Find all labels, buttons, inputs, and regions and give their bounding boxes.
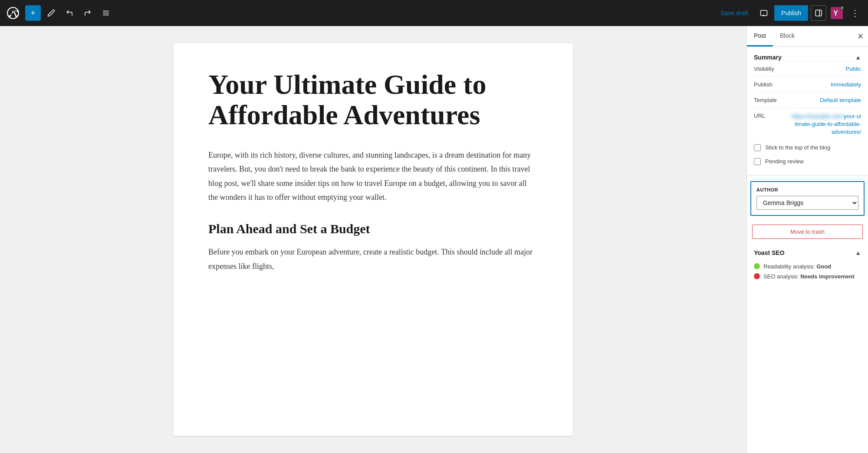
post-title: Your Ultimate Guide to Affordable Advent…	[208, 69, 538, 131]
summary-section: Summary ▲ Visibility Public Publish Imme…	[747, 47, 868, 176]
seo-analysis-text: SEO analysis: Needs improvement	[763, 273, 855, 280]
template-label: Template	[754, 97, 777, 103]
readability-dot-icon	[754, 263, 760, 269]
yoast-icon-button[interactable]: Y	[829, 5, 845, 21]
pending-review-label: Pending review	[765, 158, 804, 165]
undo-button[interactable]	[62, 5, 77, 21]
publish-row: Publish Immediately	[754, 76, 861, 92]
svg-text:Y: Y	[833, 10, 838, 17]
move-to-trash-button[interactable]: Move to trash	[752, 225, 863, 239]
visibility-label: Visibility	[754, 66, 774, 72]
editor-area[interactable]: Your Ultimate Guide to Affordable Advent…	[0, 26, 746, 453]
tab-post[interactable]: Post	[747, 26, 773, 46]
stick-top-label: Stick to the top of the blog	[765, 144, 830, 151]
author-select[interactable]: Gemma Briggs Admin	[756, 196, 858, 210]
pending-review-row: Pending review	[754, 155, 861, 169]
visibility-row: Visibility Public	[754, 61, 861, 76]
readability-text: Readability analysis: Good	[763, 263, 831, 270]
seo-analysis-row: SEO analysis: Needs improvement	[754, 271, 861, 281]
preview-button[interactable]	[756, 5, 772, 21]
template-value[interactable]: Default template	[820, 97, 861, 103]
summary-section-title: Summary	[754, 54, 782, 61]
summary-section-header[interactable]: Summary ▲	[754, 54, 861, 61]
template-row: Template Default template	[754, 92, 861, 108]
editor-content: Your Ultimate Guide to Affordable Advent…	[174, 43, 573, 436]
publish-value[interactable]: Immediately	[831, 81, 861, 88]
publish-label: Publish	[754, 81, 773, 88]
wp-logo-icon[interactable]	[5, 5, 21, 21]
author-label: AUTHOR	[756, 187, 858, 192]
sidebar-toggle-button[interactable]	[811, 5, 826, 21]
yoast-section-title: Yoast SEO	[754, 249, 785, 256]
stick-top-row: Stick to the top of the blog	[754, 141, 861, 155]
yoast-chevron-icon: ▲	[855, 249, 861, 256]
yoast-header[interactable]: Yoast SEO ▲	[754, 249, 861, 256]
yoast-section: Yoast SEO ▲ Readability analysis: Good S…	[747, 242, 868, 288]
url-row: URL https://example.com/your-ultimate-gu…	[754, 108, 861, 141]
more-options-button[interactable]: ⋮	[847, 5, 863, 21]
publish-button[interactable]: Publish	[774, 5, 808, 21]
toolbar: + Save draft Publish Y	[0, 0, 868, 26]
sidebar-tabs-row: Post Block ✕	[747, 26, 868, 47]
pen-tool-button[interactable]	[43, 5, 59, 21]
url-label: URL	[754, 112, 765, 119]
tab-block[interactable]: Block	[773, 26, 802, 46]
author-section: AUTHOR Gemma Briggs Admin	[750, 181, 865, 216]
svg-rect-6	[815, 10, 822, 16]
add-block-button[interactable]: +	[25, 5, 41, 21]
post-body-paragraph: Europe, with its rich history, diverse c…	[208, 148, 538, 205]
stick-top-checkbox[interactable]	[754, 144, 761, 151]
list-view-button[interactable]	[98, 5, 114, 21]
post-body-paragraph-2: Before you embark on your European adven…	[208, 245, 538, 273]
redo-button[interactable]	[80, 5, 95, 21]
seo-dot-icon	[754, 273, 760, 279]
post-subheading: Plan Ahead and Set a Budget	[208, 222, 538, 236]
sidebar-close-button[interactable]: ✕	[852, 29, 868, 44]
readability-row: Readability analysis: Good	[754, 261, 861, 271]
visibility-value[interactable]: Public	[846, 66, 861, 72]
save-draft-button[interactable]: Save draft	[715, 6, 753, 20]
sidebar: Post Block ✕ Summary ▲ Visibility Public…	[746, 26, 868, 453]
pending-review-checkbox[interactable]	[754, 158, 761, 165]
url-blurred-part: https://example.com/	[792, 113, 844, 119]
main-area: Your Ultimate Guide to Affordable Advent…	[0, 26, 868, 453]
summary-chevron-icon: ▲	[855, 54, 861, 61]
url-value[interactable]: https://example.com/your-ultimate-guide-…	[792, 112, 861, 136]
